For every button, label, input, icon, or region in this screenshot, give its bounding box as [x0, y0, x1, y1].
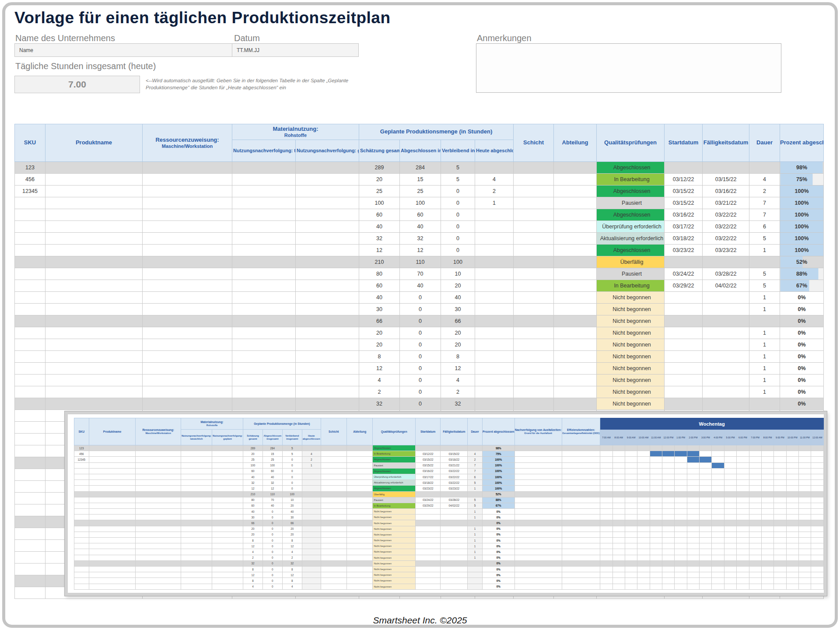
cell-shift[interactable] [514, 221, 554, 233]
cell-product[interactable] [46, 339, 143, 351]
cell-start-date[interactable] [665, 374, 703, 386]
cell-shift[interactable] [514, 315, 554, 327]
cell-usage-planned[interactable] [296, 256, 359, 268]
cell-product[interactable] [46, 315, 143, 327]
cell-resource[interactable] [143, 256, 232, 268]
cell-start-date[interactable] [665, 327, 703, 339]
cell-sku[interactable]: 12345 [15, 186, 46, 197]
cell-shift[interactable] [514, 174, 554, 186]
cell-today[interactable] [475, 268, 514, 280]
cell-today[interactable] [475, 398, 514, 410]
cell-product[interactable] [46, 363, 143, 374]
cell-remaining[interactable]: 8 [441, 351, 475, 363]
cell-resource[interactable] [143, 162, 232, 174]
cell-department[interactable] [554, 292, 597, 304]
cell-resource[interactable] [143, 209, 232, 221]
cell-resource[interactable] [143, 174, 232, 186]
cell-quality-status[interactable]: Nicht begonnen [597, 339, 665, 351]
cell-usage-actual[interactable] [232, 197, 296, 209]
cell-department[interactable] [554, 280, 597, 292]
cell-empty[interactable] [15, 445, 46, 457]
cell-usage-planned[interactable] [296, 374, 359, 386]
cell-department[interactable] [554, 233, 597, 245]
cell-quality-status[interactable]: Überprüfung erforderlich [597, 221, 665, 233]
cell-percent-complete[interactable]: 100% [780, 197, 824, 209]
cell-department[interactable] [554, 221, 597, 233]
cell-due-date[interactable]: 03/22/22 [703, 209, 749, 221]
cell-percent-complete[interactable]: 0% [780, 327, 824, 339]
cell-percent-complete[interactable]: 75% [780, 174, 824, 186]
cell-product[interactable] [46, 327, 143, 339]
cell-product[interactable] [46, 245, 143, 256]
cell-product[interactable] [46, 398, 143, 410]
cell-department[interactable] [554, 268, 597, 280]
cell-duration[interactable]: 1 [749, 327, 780, 339]
cell-remaining[interactable]: 0 [441, 245, 475, 256]
cell-empty[interactable] [15, 434, 46, 445]
cell-sku[interactable] [15, 209, 46, 221]
cell-sku[interactable] [15, 398, 46, 410]
cell-sku[interactable] [15, 280, 46, 292]
cell-percent-complete[interactable]: 67% [780, 280, 824, 292]
cell-start-date[interactable] [665, 339, 703, 351]
cell-sku[interactable]: 123 [15, 162, 46, 174]
cell-today[interactable] [475, 292, 514, 304]
cell-usage-planned[interactable] [296, 351, 359, 363]
cell-duration[interactable]: 7 [749, 197, 780, 209]
cell-today[interactable] [475, 304, 514, 315]
cell-usage-actual[interactable] [232, 256, 296, 268]
cell-completed[interactable]: 60 [400, 209, 441, 221]
cell-shift[interactable] [514, 256, 554, 268]
cell-completed[interactable]: 0 [400, 304, 441, 315]
cell-completed[interactable]: 0 [400, 398, 441, 410]
cell-due-date[interactable]: 03/16/22 [703, 186, 749, 197]
cell-percent-complete[interactable]: 100% [780, 186, 824, 197]
cell-department[interactable] [554, 209, 597, 221]
cell-usage-actual[interactable] [232, 304, 296, 315]
cell-start-date[interactable] [665, 398, 703, 410]
cell-due-date[interactable] [703, 292, 749, 304]
cell-usage-actual[interactable] [232, 327, 296, 339]
cell-quality-status[interactable]: Überfällig [597, 256, 665, 268]
cell-usage-actual[interactable] [232, 292, 296, 304]
cell-due-date[interactable]: 03/22/22 [703, 233, 749, 245]
cell-estimate[interactable]: 12 [359, 363, 400, 374]
cell-shift[interactable] [514, 197, 554, 209]
cell-shift[interactable] [514, 245, 554, 256]
cell-percent-complete[interactable]: 52% [780, 256, 824, 268]
cell-due-date[interactable] [703, 162, 749, 174]
cell-percent-complete[interactable]: 0% [780, 386, 824, 398]
cell-duration[interactable]: 1 [749, 374, 780, 386]
cell-estimate[interactable]: 20 [359, 174, 400, 186]
cell-sku[interactable] [15, 374, 46, 386]
cell-due-date[interactable]: 03/21/22 [703, 197, 749, 209]
cell-empty[interactable] [15, 516, 46, 528]
cell-completed[interactable]: 284 [400, 162, 441, 174]
cell-shift[interactable] [514, 374, 554, 386]
cell-product[interactable] [46, 351, 143, 363]
cell-today[interactable] [475, 162, 514, 174]
cell-resource[interactable] [143, 292, 232, 304]
cell-quality-status[interactable]: Nicht begonnen [597, 374, 665, 386]
cell-usage-planned[interactable] [296, 268, 359, 280]
cell-today[interactable]: 4 [475, 174, 514, 186]
cell-usage-actual[interactable] [232, 386, 296, 398]
cell-empty[interactable] [15, 587, 46, 599]
cell-empty[interactable] [15, 481, 46, 493]
cell-quality-status[interactable]: Nicht begonnen [597, 363, 665, 374]
cell-start-date[interactable]: 03/15/22 [665, 197, 703, 209]
cell-sku[interactable] [15, 315, 46, 327]
cell-shift[interactable] [514, 268, 554, 280]
notes-textarea[interactable] [476, 43, 781, 93]
cell-sku[interactable] [15, 363, 46, 374]
cell-today[interactable] [475, 256, 514, 268]
date-input[interactable]: TT.MM.JJ [232, 43, 359, 57]
cell-start-date[interactable]: 03/18/22 [665, 233, 703, 245]
cell-quality-status[interactable]: Nicht begonnen [597, 292, 665, 304]
cell-duration[interactable] [749, 162, 780, 174]
cell-percent-complete[interactable]: 88% [780, 268, 824, 280]
cell-resource[interactable] [143, 197, 232, 209]
cell-today[interactable] [475, 363, 514, 374]
cell-remaining[interactable]: 5 [441, 174, 475, 186]
cell-usage-planned[interactable] [296, 174, 359, 186]
